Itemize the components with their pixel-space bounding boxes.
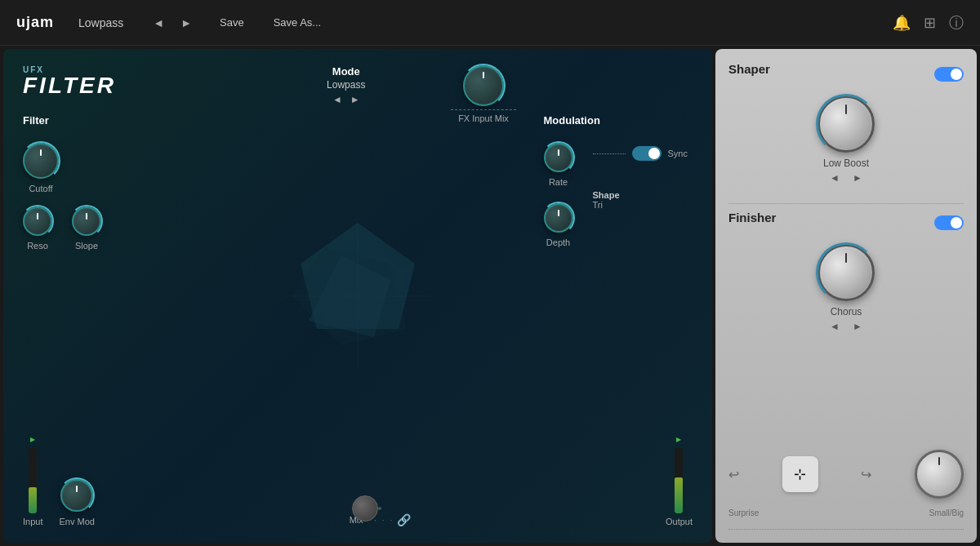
finisher-header: Finisher: [728, 211, 964, 234]
mode-nav: ◄ ►: [327, 94, 365, 105]
filter-reso-slope-row: Reso Slope: [23, 206, 101, 251]
depth-knob[interactable]: [544, 203, 573, 233]
mode-section: Mode Lowpass ◄ ►: [327, 65, 365, 105]
fx-input-mix-knob[interactable]: [463, 65, 504, 106]
center-graphic: [276, 215, 439, 378]
input-arrow: ▶: [30, 436, 35, 443]
info-icon[interactable]: ⓘ: [949, 13, 964, 33]
fx-input-mix-label: FX Input Mix: [458, 113, 509, 123]
env-mod-label: Env Mod: [59, 517, 94, 526]
shape-group: Shape Tri: [593, 190, 688, 210]
input-section: ▶ Input: [23, 436, 42, 526]
cutoff-label: Cutoff: [29, 184, 52, 193]
preset-next-button[interactable]: ►: [176, 15, 197, 31]
save-button[interactable]: Save: [213, 13, 251, 32]
expand-icon[interactable]: ⊞: [924, 14, 936, 32]
filter-title: Filter: [23, 114, 101, 127]
low-boost-nav: ◄ ►: [728, 172, 964, 184]
chorus-next-button[interactable]: ►: [853, 321, 862, 332]
shaper-section: Shaper Low Boost ◄ ►: [728, 62, 964, 184]
modulation-section: Modulation Rate Depth S: [544, 114, 688, 247]
env-mod-knob[interactable]: [60, 479, 93, 512]
shaper-header: Shaper: [728, 62, 964, 86]
main-content: UFX FILTER Mode Lowpass ◄ ► FX Input Mix: [0, 46, 980, 546]
left-panel: UFX FILTER Mode Lowpass ◄ ► FX Input Mix: [3, 49, 712, 543]
rate-sync-connector: [593, 153, 626, 154]
finisher-knob[interactable]: [817, 244, 875, 301]
undo-icon[interactable]: ↩: [728, 467, 739, 482]
bottom-right-controls: ↩ ⊹ ↪ Surprise Small/Big: [728, 450, 964, 530]
shaper-knob[interactable]: [817, 95, 875, 153]
chorus-prev-button[interactable]: ◄: [830, 321, 840, 332]
mix-slider[interactable]: [378, 507, 381, 510]
output-section: ▶ Output: [666, 436, 693, 526]
modulation-knobs: Rate Depth: [544, 143, 573, 247]
mode-next-button[interactable]: ►: [350, 94, 360, 105]
notification-icon[interactable]: 🔔: [893, 14, 911, 32]
right-panel: Shaper Low Boost ◄ ► Finisher Chorus ◄ ►: [715, 49, 977, 543]
surprise-button[interactable]: ⊹: [782, 456, 818, 492]
preset-name: Lowpass: [78, 16, 123, 29]
shaper-toggle[interactable]: [934, 67, 964, 82]
chorus-nav: ◄ ►: [728, 321, 964, 332]
output-meter: [675, 448, 683, 513]
cutoff-group: Cutoff: [23, 143, 59, 193]
finisher-title: Finisher: [728, 211, 776, 224]
surprise-icon: ⊹: [794, 465, 806, 483]
modulation-controls: Rate Depth Sync Shape Tri: [544, 143, 688, 247]
depth-label: Depth: [546, 237, 570, 247]
finisher-toggle[interactable]: [934, 215, 964, 230]
mode-value: Lowpass: [327, 79, 365, 91]
filter-cutoff-row: Cutoff: [23, 143, 101, 193]
reso-group: Reso: [23, 206, 52, 251]
bottom-controls: ▶ Input Env Mod Mix · · · · 🔗: [23, 436, 693, 526]
output-label: Output: [666, 517, 693, 526]
output-meter-fill: [675, 477, 683, 513]
bottom-dotted-line: [728, 529, 964, 530]
chorus-label: Chorus: [728, 306, 964, 317]
plugin-logo: UFX FILTER: [23, 65, 116, 97]
env-mod-group: Env Mod: [59, 479, 94, 526]
surprise-label: Surprise: [728, 508, 759, 517]
output-arrow: ▶: [676, 436, 681, 443]
save-as-button[interactable]: Save As...: [267, 13, 328, 32]
input-meter-fill: [29, 487, 37, 513]
rate-group: Rate: [544, 143, 573, 187]
shaper-title: Shaper: [728, 62, 770, 76]
depth-group: Depth: [544, 203, 573, 247]
plugin-name: FILTER: [23, 74, 116, 97]
sync-label: Sync: [668, 149, 688, 158]
mode-prev-button[interactable]: ◄: [332, 94, 342, 105]
cutoff-knob[interactable]: [23, 143, 59, 179]
reso-knob[interactable]: [23, 206, 52, 236]
input-meter: [29, 448, 37, 513]
low-boost-next-button[interactable]: ►: [853, 172, 862, 184]
preset-prev-button[interactable]: ◄: [148, 15, 169, 31]
mix-link-icon[interactable]: 🔗: [397, 513, 411, 526]
mix-section: Mix · · · · 🔗: [111, 507, 649, 526]
sync-toggle[interactable]: [632, 146, 662, 161]
section-divider: [728, 203, 964, 204]
small-big-label: Small/Big: [929, 508, 964, 517]
slope-knob[interactable]: [72, 206, 101, 236]
bottom-buttons-row: ↩ ⊹ ↪: [728, 450, 964, 499]
fx-input-mix-section: FX Input Mix: [451, 65, 516, 123]
shape-value: Tri: [593, 200, 688, 210]
bottom-labels-row: Surprise Small/Big: [728, 508, 964, 517]
modulation-title: Modulation: [544, 114, 688, 127]
sync-row: Sync: [593, 146, 688, 161]
topbar-right: 🔔 ⊞ ⓘ: [893, 13, 964, 33]
input-label: Input: [23, 517, 42, 526]
logo: ujam: [16, 14, 54, 31]
topbar: ujam Lowpass ◄ ► Save Save As... 🔔 ⊞ ⓘ: [0, 0, 980, 46]
slope-group: Slope: [72, 206, 101, 251]
rate-knob[interactable]: [544, 143, 573, 172]
reso-label: Reso: [27, 241, 48, 251]
low-boost-prev-button[interactable]: ◄: [830, 172, 840, 184]
redo-icon[interactable]: ↪: [861, 467, 871, 482]
low-boost-label: Low Boost: [728, 158, 964, 169]
mode-title: Mode: [327, 65, 365, 78]
slope-label: Slope: [75, 241, 98, 251]
rate-label: Rate: [549, 177, 568, 187]
small-big-knob[interactable]: [915, 450, 964, 499]
